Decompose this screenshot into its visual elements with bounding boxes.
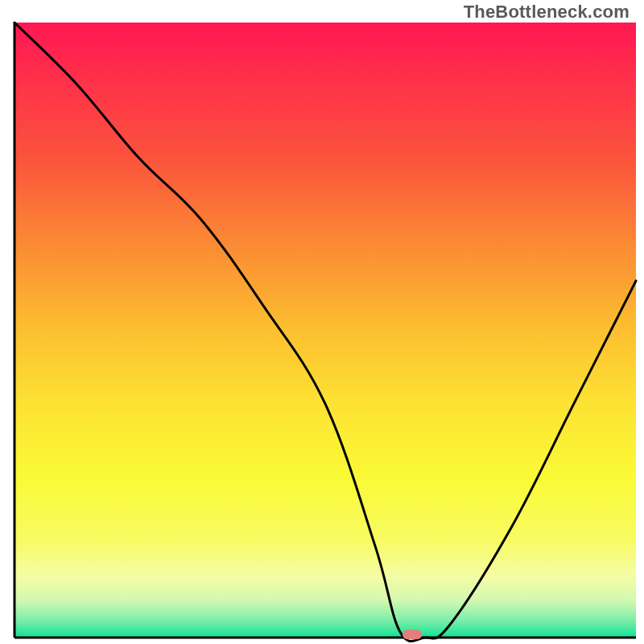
chart-container: TheBottleneck.com [0, 0, 644, 644]
plot-background [14, 23, 636, 638]
optimal-marker [402, 630, 422, 639]
watermark-text: TheBottleneck.com [464, 2, 630, 23]
bottleneck-chart [0, 0, 644, 644]
